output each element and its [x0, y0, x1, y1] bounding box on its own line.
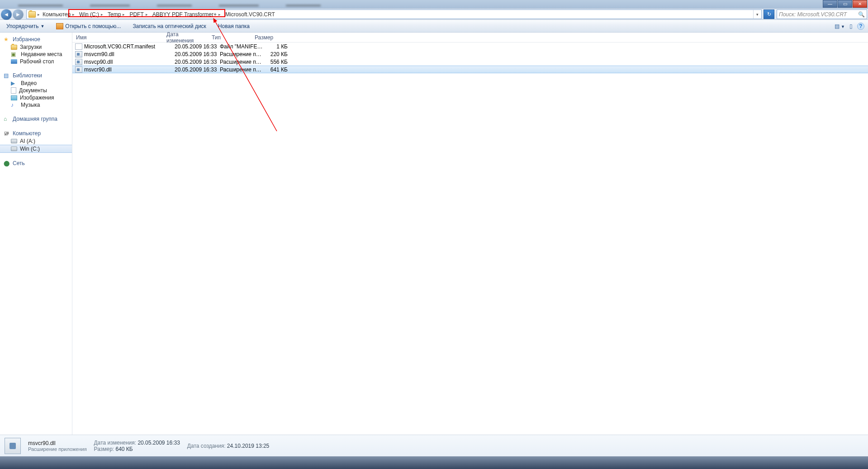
file-name: msvcr90.dll — [84, 66, 175, 73]
file-row[interactable]: msvcp90.dll20.05.2009 16:33Расширение пр… — [72, 58, 868, 66]
browser-tabstrip: ▬▬▬▬▬▬▬▬▬▬▬▬▬▬▬▬▬▬▬▬▬▬▬▬▬▬▬▬▬▬▬▬▬▬▬▬▬▬▬ … — [0, 0, 868, 9]
details-datemod-label: Дата изменения: — [94, 440, 137, 446]
col-name[interactable]: Имя — [72, 34, 163, 41]
details-size-value: 640 КБ — [116, 446, 133, 452]
file-type: Файл "MANIFEST" — [220, 43, 263, 50]
explorer-address-bar: ◄ ► ▸ Компьютер▸ Win (C:)▸ Temp▸ PDFT▸ A… — [0, 9, 868, 20]
file-type: Расширение при... — [220, 66, 263, 73]
crumb-computer[interactable]: Компьютер▸ — [41, 10, 77, 19]
preview-pane-button[interactable]: ▯ — [849, 23, 853, 29]
dll-icon — [75, 59, 82, 65]
refresh-button[interactable]: ↻ — [764, 9, 774, 19]
view-mode-button[interactable]: ▤ ▼ — [835, 23, 845, 29]
crumb-current[interactable]: Microsoft.VC90.CRT — [223, 10, 278, 19]
file-name: msvcm90.dll — [84, 51, 175, 57]
search-input[interactable]: Поиск: Microsoft.VC90.CRT 🔍 — [777, 9, 867, 19]
address-breadcrumb[interactable]: ▸ Компьютер▸ Win (C:)▸ Temp▸ PDFT▸ ABBYY… — [26, 9, 762, 19]
crumb-abbyy[interactable]: ABBYY PDF Transformer+▸ — [151, 10, 223, 19]
new-folder-button[interactable]: Новая папка — [215, 22, 252, 30]
file-size: 556 КБ — [263, 59, 288, 65]
explorer-toolbar: Упорядочить ▼ Открыть с помощью... Запис… — [0, 20, 868, 33]
sidebar-item-documents[interactable]: Документы — [0, 87, 72, 94]
search-icon: 🔍 — [858, 11, 865, 18]
file-name: msvcp90.dll — [84, 59, 175, 65]
file-date: 20.05.2009 16:33 — [175, 51, 220, 57]
dll-icon — [75, 51, 82, 57]
file-size: 641 КБ — [263, 66, 288, 73]
details-file-type: Расширение приложения — [28, 446, 87, 452]
column-headers: Имя Дата изменения Тип Размер — [72, 33, 868, 43]
file-row[interactable]: msvcm90.dll20.05.2009 16:33Расширение пр… — [72, 50, 868, 58]
nav-forward-button[interactable]: ► — [13, 9, 24, 20]
file-date: 20.05.2009 16:33 — [175, 66, 220, 73]
file-name: Microsoft.VC90.CRT.manifest — [84, 43, 175, 50]
open-with-button[interactable]: Открыть с помощью... — [53, 22, 123, 30]
navigation-pane: ★Избранное Загрузки ▣Недавние места Рабо… — [0, 33, 72, 435]
computer-header[interactable]: 🖳Компьютер — [0, 129, 72, 137]
network-header[interactable]: ⬤Сеть — [0, 159, 72, 167]
file-row[interactable]: msvcr90.dll20.05.2009 16:33Расширение пр… — [72, 66, 868, 73]
crumb-drive[interactable]: Win (C:)▸ — [77, 10, 106, 19]
file-size: 1 КБ — [263, 43, 288, 50]
window-maximize-button[interactable]: ▭ — [838, 0, 852, 8]
sidebar-item-recent[interactable]: ▣Недавние места — [0, 51, 72, 58]
details-created-value: 24.10.2019 13:25 — [227, 443, 269, 449]
file-type: Расширение при... — [220, 59, 263, 65]
window-minimize-button[interactable]: — — [823, 0, 837, 8]
address-dropdown-button[interactable]: ▾ — [753, 10, 761, 19]
col-size[interactable]: Размер — [251, 34, 276, 41]
homegroup-header[interactable]: ⌂Домашняя группа — [0, 115, 72, 123]
details-size-label: Размер: — [94, 446, 114, 452]
search-placeholder: Поиск: Microsoft.VC90.CRT — [779, 11, 847, 18]
details-created-label: Дата создания: — [187, 443, 226, 449]
sidebar-item-pictures[interactable]: Изображения — [0, 94, 72, 101]
col-type[interactable]: Тип — [208, 34, 251, 41]
file-date: 20.05.2009 16:33 — [175, 43, 220, 50]
help-button[interactable]: ? — [857, 23, 864, 30]
crumb-temp[interactable]: Temp▸ — [106, 10, 128, 19]
nav-back-button[interactable]: ◄ — [1, 9, 12, 20]
sidebar-item-music[interactable]: ♪Музыка — [0, 101, 72, 109]
file-type: Расширение при... — [220, 51, 263, 57]
file-list: Имя Дата изменения Тип Размер Microsoft.… — [72, 33, 868, 435]
favorites-header[interactable]: ★Избранное — [0, 35, 72, 43]
details-file-icon — [5, 438, 21, 454]
burn-button[interactable]: Записать на оптический диск — [130, 22, 209, 30]
sidebar-item-video[interactable]: ▶Видео — [0, 80, 72, 87]
sidebar-item-downloads[interactable]: Загрузки — [0, 43, 72, 51]
dll-icon — [75, 66, 82, 73]
file-size: 220 КБ — [263, 51, 288, 57]
col-date[interactable]: Дата изменения — [163, 31, 208, 44]
windows-taskbar[interactable] — [0, 456, 868, 469]
manifest-icon — [75, 43, 82, 50]
folder-icon — [28, 11, 36, 18]
details-file-name: msvcr90.dll — [28, 440, 87, 446]
sidebar-item-drive-a[interactable]: AI (A:) — [0, 137, 72, 145]
file-row[interactable]: Microsoft.VC90.CRT.manifest20.05.2009 16… — [72, 43, 868, 50]
sidebar-item-desktop[interactable]: Рабочий стол — [0, 58, 72, 65]
sidebar-item-drive-c[interactable]: Win (C:) — [0, 145, 72, 153]
file-date: 20.05.2009 16:33 — [175, 59, 220, 65]
libraries-header[interactable]: ▤Библиотеки — [0, 71, 72, 80]
organize-button[interactable]: Упорядочить ▼ — [4, 22, 47, 30]
window-close-button[interactable]: ✕ — [853, 0, 867, 8]
details-pane: msvcr90.dll Расширение приложения Дата и… — [0, 435, 868, 456]
details-datemod-value: 20.05.2009 16:33 — [138, 440, 180, 446]
crumb-pdft[interactable]: PDFT▸ — [128, 10, 150, 19]
